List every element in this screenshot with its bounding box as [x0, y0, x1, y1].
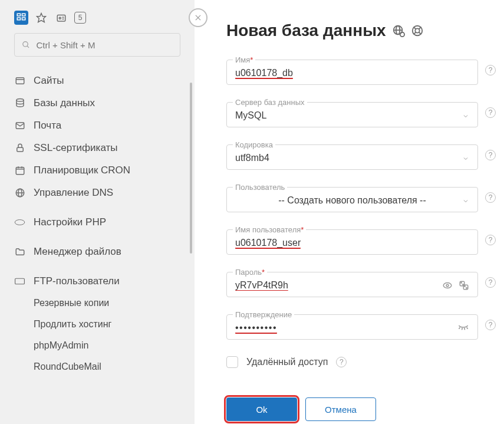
svg-point-30	[400, 32, 404, 37]
svg-rect-0	[17, 14, 20, 16]
star-icon[interactable]	[34, 11, 48, 25]
help-icon[interactable]: ?	[485, 277, 496, 288]
svg-point-42	[463, 284, 463, 285]
chevron-down-icon	[462, 196, 469, 207]
nav-php[interactable]: Настройки PHP	[0, 211, 195, 234]
confirm-field[interactable]: Подтверждение ••••••••••	[226, 310, 478, 340]
svg-rect-24	[15, 278, 25, 284]
counter-badge[interactable]: 5	[74, 12, 86, 24]
password-field[interactable]: Пароль* yR7vP4tR9h	[226, 268, 478, 297]
svg-point-37	[443, 283, 452, 288]
password-value: yR7vP4tR9h	[235, 280, 288, 291]
svg-line-36	[419, 32, 421, 35]
help-icon[interactable]: ?	[485, 150, 496, 160]
eye-closed-icon[interactable]	[457, 323, 469, 335]
main-panel: Новая база данных Имя* u0610178_db ? Сер…	[195, 0, 504, 424]
svg-line-47	[465, 328, 465, 330]
user-field[interactable]: Пользователь -- Создать нового пользоват…	[226, 183, 478, 212]
svg-rect-16	[16, 167, 24, 175]
lifebuoy-icon[interactable]	[411, 24, 424, 37]
dice-icon[interactable]	[459, 280, 469, 293]
nav-ftp[interactable]: FTP-пользователи	[0, 270, 195, 292]
user-value: -- Создать нового пользователя --	[235, 195, 469, 208]
nav-databases[interactable]: Базы данных	[0, 92, 195, 114]
nav-label: RoundCubeMail	[34, 361, 101, 372]
close-icon	[194, 14, 202, 22]
ftp-icon	[14, 276, 25, 287]
nav-dns[interactable]: Управление DNS	[0, 182, 195, 204]
svg-line-46	[462, 328, 463, 330]
nav-roundcube[interactable]: RoundCubeMail	[0, 356, 195, 377]
svg-point-44	[466, 288, 467, 288]
svg-point-9	[23, 42, 28, 47]
cancel-button-label: Отмена	[325, 405, 357, 415]
database-icon	[14, 98, 25, 109]
nav-backups[interactable]: Резервные копии	[0, 292, 195, 314]
help-icon[interactable]: ?	[336, 357, 347, 367]
encoding-label: Кодировка	[233, 140, 275, 149]
nav-mail[interactable]: Почта	[0, 114, 195, 137]
search-box[interactable]	[14, 33, 180, 57]
svg-line-45	[459, 327, 460, 329]
svg-rect-3	[22, 18, 25, 20]
ok-button[interactable]: Ok	[226, 397, 297, 421]
svg-line-10	[27, 46, 29, 48]
svg-line-35	[413, 32, 416, 35]
svg-line-48	[467, 327, 468, 329]
nav-label: Сайты	[34, 75, 64, 87]
php-icon	[14, 217, 25, 228]
user-label: Пользователь	[233, 183, 287, 192]
confirm-value: ••••••••••	[235, 323, 277, 334]
ok-button-label: Ok	[256, 405, 267, 415]
calendar-icon	[14, 165, 25, 176]
lock-icon	[14, 143, 25, 154]
nav: Сайты Базы данных Почта SSL-сертификаты …	[0, 67, 195, 377]
nav-label: phpMyAdmin	[34, 340, 88, 351]
scrollbar-thumb[interactable]	[190, 83, 192, 254]
svg-line-34	[419, 27, 421, 29]
nav-label: Базы данных	[34, 97, 95, 109]
nav-label: SSL-сертификаты	[34, 142, 118, 154]
name-field[interactable]: Имя* u0610178_db	[226, 55, 478, 85]
nav-label: Почта	[34, 120, 61, 132]
eye-icon[interactable]	[442, 280, 453, 293]
svg-line-33	[413, 27, 416, 29]
encoding-value: utf8mb4	[235, 153, 469, 166]
username-field[interactable]: Имя пользователя* u0610178_user	[226, 225, 478, 255]
nav-cron[interactable]: Планировщик CRON	[0, 159, 195, 182]
mail-icon	[14, 120, 25, 132]
help-icon[interactable]: ?	[485, 192, 496, 203]
chevron-down-icon	[462, 111, 469, 122]
nav-label: Настройки PHP	[34, 216, 106, 228]
password-label: Пароль	[235, 268, 262, 277]
nav-ssl[interactable]: SSL-сертификаты	[0, 137, 195, 159]
server-field[interactable]: Сервер баз данных MySQL	[226, 98, 478, 127]
nav-extend[interactable]: Продлить хостинг	[0, 314, 195, 335]
help-icon[interactable]: ?	[485, 320, 496, 330]
nav-phpmyadmin[interactable]: phpMyAdmin	[0, 335, 195, 356]
search-input[interactable]	[36, 40, 173, 50]
close-button[interactable]	[189, 8, 207, 27]
svg-marker-4	[37, 14, 46, 22]
help-icon[interactable]: ?	[485, 107, 496, 118]
encoding-field[interactable]: Кодировка utf8mb4	[226, 140, 478, 170]
confirm-label: Подтверждение	[233, 310, 294, 319]
svg-rect-11	[16, 78, 24, 84]
help-icon[interactable]: ?	[485, 65, 496, 75]
server-value: MySQL	[235, 110, 469, 123]
cancel-button[interactable]: Отмена	[305, 397, 376, 421]
remote-access-checkbox[interactable]	[226, 356, 238, 368]
svg-point-23	[15, 220, 24, 225]
remote-access-label: Удалённый доступ	[246, 357, 328, 367]
badge-id-icon[interactable]	[54, 11, 68, 25]
sitemap-icon[interactable]	[14, 11, 28, 25]
svg-point-13	[17, 99, 24, 102]
nav-files[interactable]: Менеджер файлов	[0, 241, 195, 263]
globe-settings-icon[interactable]	[392, 24, 405, 37]
nav-sites[interactable]: Сайты	[0, 70, 195, 92]
svg-point-32	[415, 28, 419, 32]
remote-access-row: Удалённый доступ ?	[226, 356, 496, 368]
svg-point-6	[59, 17, 61, 19]
help-icon[interactable]: ?	[485, 235, 496, 245]
nav-label: Резервные копии	[34, 298, 109, 308]
